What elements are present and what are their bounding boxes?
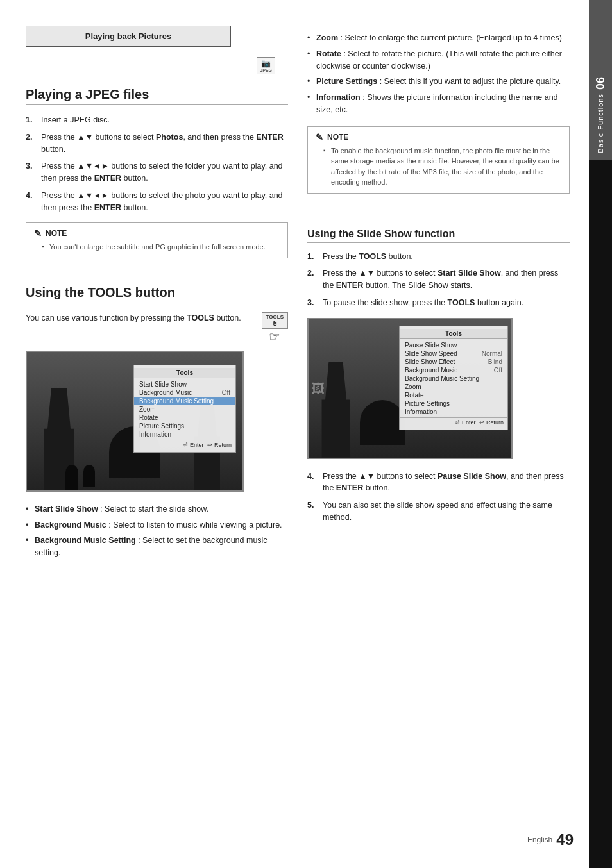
popup-item-bg-music: Background MusicOff xyxy=(134,388,235,397)
ss-popup-effect: Slide Show EffectBlind xyxy=(400,358,507,366)
tools-badge-label: TOOLS xyxy=(266,314,284,320)
page-number-area: English 49 xyxy=(527,831,574,849)
page-number-label: English xyxy=(527,835,552,844)
bullet-rotate: Rotate : Select to rotate the picture. (… xyxy=(307,48,570,72)
main-content: Playing back Pictures 📷 JPEG Playing a J… xyxy=(0,0,589,868)
jpeg-note-box: NOTE You can't enlarge the subtitle and … xyxy=(26,222,288,258)
slideshow-screenshot-bg: 🖼 Tools Pause Slide Show Slide Show Spee… xyxy=(309,319,511,458)
jpeg-icon: 📷 JPEG xyxy=(257,57,275,74)
right-note-list: To enable the background music function,… xyxy=(316,146,561,188)
side-tab-black-section xyxy=(589,160,612,868)
right-bullet-list: Zoom : Select to enlarge the current pic… xyxy=(307,32,570,116)
playing-back-title: Playing back Pictures xyxy=(85,31,171,41)
tools-section-title: Using the TOOLS button xyxy=(26,285,288,303)
people-silhouettes xyxy=(65,465,95,490)
tools-popup-footer: ⏎ Enter ↩ Return xyxy=(134,440,235,449)
slideshow-tools-popup: Tools Pause Slide Show Slide Show SpeedN… xyxy=(399,326,508,430)
jpeg-step-2: 2. Press the ▲▼ buttons to select Photos… xyxy=(26,131,288,156)
side-tab-number: 06 xyxy=(594,77,608,90)
page-number: 49 xyxy=(556,831,574,849)
jpeg-steps-list: 1. Insert a JPEG disc. 2. Press the ▲▼ b… xyxy=(26,114,288,213)
popup-item-rotate: Rotate xyxy=(134,413,235,422)
ss-popup-pause: Pause Slide Show xyxy=(400,341,507,349)
slideshow-section-title: Using the Slide Show function xyxy=(307,228,570,243)
popup-item-start-slide: Start Slide Show xyxy=(134,380,235,388)
bullet-start-slide: Start Slide Show : Select to start the s… xyxy=(26,503,288,515)
right-note-box: NOTE To enable the background music func… xyxy=(307,126,570,194)
ss-tower-left xyxy=(318,362,353,458)
jpeg-note-title: NOTE xyxy=(34,228,280,238)
side-tab: 06 Basic Functions xyxy=(589,0,612,868)
bullet-picture-settings: Picture Settings : Select this if you wa… xyxy=(307,76,570,88)
right-note-item-1: To enable the background music function,… xyxy=(323,146,561,188)
page-container: Playing back Pictures 📷 JPEG Playing a J… xyxy=(0,0,612,868)
camera-icon: 📷 xyxy=(261,59,271,68)
popup-item-zoom: Zoom xyxy=(134,405,235,413)
ss-photo-icon: 🖼 xyxy=(312,381,325,396)
left-column: Playing back Pictures 📷 JPEG Playing a J… xyxy=(26,26,288,842)
screenshot-background: Tools Start Slide Show Background MusicO… xyxy=(27,352,242,490)
ss-popup-bg-setting: Background Music Setting xyxy=(400,374,507,383)
jpeg-step-4: 4. Press the ▲▼◄► buttons to select the … xyxy=(26,190,288,214)
slideshow-popup-title: Tools xyxy=(400,329,507,339)
slideshow-steps-list: 1. Press the TOOLS button. 2. Press the … xyxy=(307,251,570,309)
hand-icon: ☞ xyxy=(269,329,280,344)
slideshow-step-5: 5. You can also set the slide show speed… xyxy=(307,499,570,524)
slideshow-step-2: 2. Press the ▲▼ buttons to select Start … xyxy=(307,267,570,292)
ss-popup-speed: Slide Show SpeedNormal xyxy=(400,349,507,358)
right-note-title: NOTE xyxy=(316,132,561,142)
tools-popup-title: Tools xyxy=(134,368,235,378)
slideshow-popup-footer: ⏎ Enter ↩ Return xyxy=(400,417,507,427)
slideshow-screenshot: 🖼 Tools Pause Slide Show Slide Show Spee… xyxy=(307,318,513,459)
right-column: Zoom : Select to enlarge the current pic… xyxy=(307,26,570,842)
tools-bullet-list: Start Slide Show : Select to start the s… xyxy=(26,503,288,559)
bullet-bg-music: Background Music : Select to listen to m… xyxy=(26,519,288,531)
ss-popup-rotate: Rotate xyxy=(400,391,507,399)
ss-dome xyxy=(360,400,405,445)
popup-item-picture-settings: Picture Settings xyxy=(134,422,235,430)
jpeg-note-item-1: You can't enlarge the subtitle and PG gr… xyxy=(42,242,280,253)
popup-item-bg-music-setting: Background Music Setting xyxy=(134,397,235,405)
jpeg-step-3: 3. Press the ▲▼◄► buttons to select the … xyxy=(26,160,288,185)
tools-screenshot: Tools Start Slide Show Background MusicO… xyxy=(26,351,244,492)
popup-item-information: Information xyxy=(134,430,235,438)
jpeg-label: JPEG xyxy=(260,68,272,72)
tools-icon-area: TOOLS 🖱 ☞ xyxy=(262,312,288,344)
ss-popup-bg-music: Background MusicOff xyxy=(400,366,507,374)
jpeg-step-1: 1. Insert a JPEG disc. xyxy=(26,114,288,126)
bullet-bg-music-setting: Background Music Setting : Select to set… xyxy=(26,535,288,559)
side-tab-text: Basic Functions xyxy=(597,94,604,153)
ss-popup-zoom: Zoom xyxy=(400,383,507,391)
tools-badge: TOOLS 🖱 xyxy=(262,312,288,329)
bullet-information: Information : Shows the picture informat… xyxy=(307,92,570,116)
tools-intro-text: You can use various function by pressing… xyxy=(26,312,255,324)
slideshow-steps-after: 4. Press the ▲▼ buttons to select Pause … xyxy=(307,471,570,524)
ss-popup-picture: Picture Settings xyxy=(400,399,507,408)
slideshow-step-4: 4. Press the ▲▼ buttons to select Pause … xyxy=(307,471,570,495)
playing-back-box: Playing back Pictures xyxy=(26,26,231,47)
bullet-zoom: Zoom : Select to enlarge the current pic… xyxy=(307,32,570,44)
ss-popup-info: Information xyxy=(400,408,507,416)
jpeg-section-title: Playing a JPEG files xyxy=(26,87,288,105)
slideshow-step-1: 1. Press the TOOLS button. xyxy=(307,251,570,263)
jpeg-note-list: You can't enlarge the subtitle and PG gr… xyxy=(34,242,280,253)
tools-popup-overlay: Tools Start Slide Show Background MusicO… xyxy=(133,365,236,453)
slideshow-step-3: 3. To pause the slide show, press the TO… xyxy=(307,297,570,309)
